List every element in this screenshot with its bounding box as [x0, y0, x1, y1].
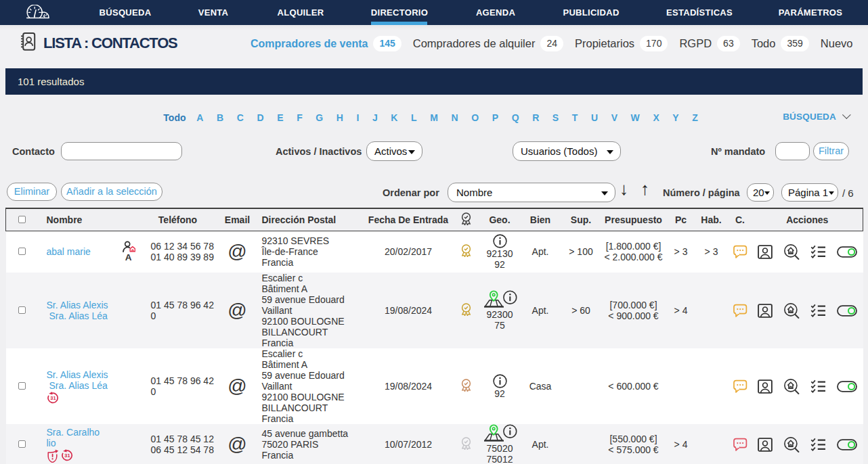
svg-text:31: 31 — [65, 453, 70, 459]
svg-text:31: 31 — [50, 395, 56, 401]
